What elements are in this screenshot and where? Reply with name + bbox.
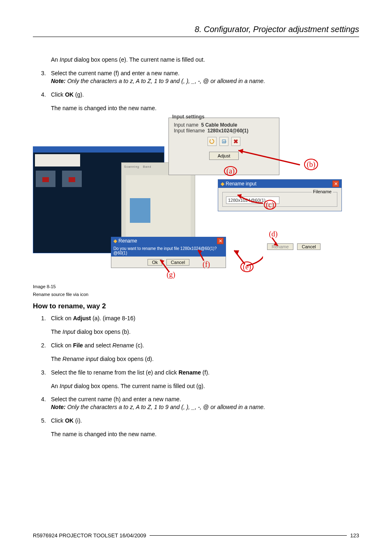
intro-text: An Input dialog box opens (e). The curre… (51, 56, 359, 64)
step3-line1: Select the current name (f) and enter a … (51, 70, 180, 76)
result-text: The name is changed into the new name. (51, 104, 359, 112)
ok-word: OK (65, 91, 74, 98)
rename-dlg-title: Rename (118, 238, 137, 244)
section-heading: How to rename, way 2 (33, 302, 359, 310)
arrow-icon (238, 142, 308, 175)
svg-marker-12 (160, 260, 164, 264)
step3-note: Only the characters a to z, A to Z, 1 to… (67, 78, 265, 84)
input-settings-label: Input settings (172, 114, 205, 120)
list-number: 4. (33, 91, 51, 99)
s1: 1. Click on Adjust (a). (image 8-16) (33, 314, 359, 322)
s3-sub: An Input dialog box opens. The current n… (51, 382, 359, 390)
filename-label: Filename (312, 189, 333, 194)
close-icon[interactable]: ✕ (332, 180, 339, 187)
rename-input-title: Rename input (226, 181, 256, 187)
svg-marker-4 (238, 194, 242, 199)
arrow-icon (267, 237, 284, 249)
line1-value: 5 Cable Module (201, 122, 237, 128)
s4: 4. Select the current name (h) and enter… (33, 395, 359, 411)
rename-icon[interactable]: ab (219, 137, 228, 146)
svg-text:ab: ab (223, 140, 226, 143)
s2: 2. Click on File and select Rename (c). (33, 342, 359, 349)
svg-line-2 (238, 150, 300, 165)
annotation-b: (b) (304, 159, 318, 170)
s1-sub: The Input dialog box opens (b). (51, 328, 359, 336)
arrow-icon (157, 257, 173, 274)
figure-caption-1: Image 8-15 (33, 284, 359, 289)
svg-line-7 (234, 250, 245, 264)
svg-marker-6 (274, 242, 278, 246)
close-icon[interactable]: ✕ (217, 238, 224, 244)
step4-b: (g). (74, 91, 84, 98)
step4-a: Click (51, 91, 65, 98)
arrow-icon (196, 248, 209, 262)
line2-label: Input filename (174, 128, 205, 134)
rename-question: Do you want to rename the input file 128… (111, 245, 226, 257)
s3: 3. Select the file to rename from the li… (33, 369, 359, 377)
footer-page: 123 (350, 532, 359, 539)
s5: 5. Click OK (i). (33, 417, 359, 425)
page-footer: R5976924 PROJECTOR TOOLSET 16/04/2009 12… (33, 532, 359, 539)
input-word: Input (60, 56, 72, 63)
arrow-icon (234, 191, 267, 207)
figure-8-15: Scanning Band Input settings Input name … (33, 118, 345, 282)
reset-icon[interactable] (208, 137, 217, 146)
s2-sub: The Rename input dialog box opens (d). (51, 355, 359, 363)
cancel-button[interactable]: Cancel (297, 243, 320, 250)
adjust-button[interactable]: Adjust (209, 152, 239, 160)
s5-sub: The name is changed into the new name. (51, 430, 359, 438)
top-step3: 3. Select the current name (f) and enter… (33, 69, 359, 85)
line1-label: Input name (174, 122, 198, 128)
svg-marker-3 (238, 149, 243, 154)
chapter-title: 8. Configurator, Projector adjustment se… (33, 25, 359, 37)
arrow-icon (230, 247, 263, 268)
note-label: Note: (51, 78, 67, 84)
footer-left: R5976924 PROJECTOR TOOLSET 16/04/2009 (33, 532, 146, 539)
top-step4: 4. Click OK (g). (33, 91, 359, 99)
list-number: 3. (33, 69, 51, 85)
line2-value: 1280x1024@60(1) (208, 128, 249, 134)
figure-caption-2: Rename source file via icon (33, 291, 359, 297)
